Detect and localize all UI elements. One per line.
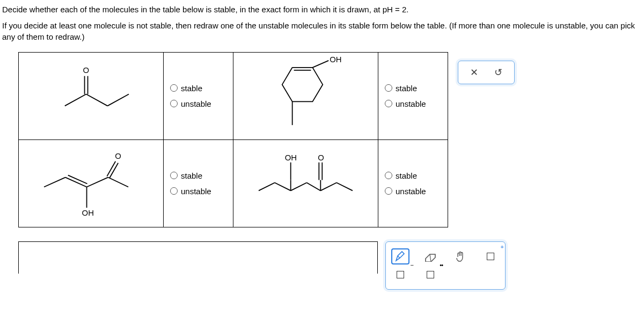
svg-line-31 (320, 182, 336, 190)
hand-icon[interactable] (451, 248, 470, 264)
radio-3-unstable[interactable] (170, 187, 178, 195)
svg-line-25 (259, 182, 275, 190)
svg-text:O: O (115, 152, 121, 160)
svg-line-7 (312, 61, 328, 68)
svg-line-4 (86, 94, 108, 106)
svg-line-36 (430, 254, 431, 262)
svg-text:OH: OH (82, 209, 94, 217)
svg-text:OH: OH (285, 153, 297, 162)
svg-line-28 (291, 182, 307, 190)
molecule-3: O OH (19, 139, 164, 227)
svg-text:O: O (83, 66, 90, 75)
radio-4-unstable[interactable] (385, 187, 392, 195)
label-stable: stable (396, 171, 417, 180)
radio-4-stable[interactable] (385, 172, 392, 179)
label-stable: stable (396, 84, 417, 93)
question-line-2: If you decide at least one molecule is n… (2, 20, 642, 42)
svg-marker-33 (396, 252, 404, 261)
svg-line-14 (87, 177, 108, 187)
svg-text:O: O (318, 153, 324, 162)
options-4: stable unstable (378, 139, 448, 227)
svg-line-13 (108, 177, 128, 187)
options-3: stable unstable (164, 139, 233, 227)
molecule-4: OH O (233, 139, 378, 227)
radio-3-stable[interactable] (170, 172, 178, 179)
molecule-1: O (19, 52, 164, 139)
molecule-2: OH (233, 52, 378, 139)
svg-line-32 (336, 182, 353, 190)
drawing-toolbox: + − •• (385, 241, 506, 290)
lonepair-icon[interactable]: •• (421, 267, 440, 283)
options-2: stable unstable (378, 52, 448, 139)
label-unstable: unstable (396, 99, 426, 108)
eraser-icon[interactable] (421, 248, 440, 264)
label-unstable: unstable (396, 187, 426, 196)
side-buttons: ✕ ↺ (458, 61, 515, 84)
svg-line-26 (275, 182, 291, 190)
radio-2-stable[interactable] (385, 84, 392, 92)
svg-line-34 (398, 256, 400, 258)
close-icon[interactable]: ✕ (470, 67, 478, 78)
radio-1-stable[interactable] (170, 84, 178, 92)
molecule-table: O stable unstable OH stable uns (18, 52, 448, 227)
radio-1-unstable[interactable] (170, 100, 178, 107)
pencil-icon[interactable] (391, 248, 409, 264)
drawing-canvas[interactable] (18, 241, 378, 274)
new-icon[interactable]: + (481, 248, 500, 264)
svg-line-29 (306, 182, 320, 190)
options-1: stable unstable (164, 52, 233, 139)
radio-2-unstable[interactable] (385, 100, 392, 107)
label-unstable: unstable (181, 187, 211, 196)
undo-icon[interactable]: ↺ (494, 67, 502, 78)
svg-line-5 (107, 94, 129, 106)
svg-text:OH: OH (330, 55, 341, 64)
svg-line-11 (107, 161, 115, 176)
label-unstable: unstable (181, 99, 211, 108)
svg-line-12 (109, 163, 118, 178)
svg-line-17 (44, 177, 65, 187)
label-stable: stable (181, 171, 202, 180)
anion-icon[interactable]: − (391, 267, 409, 283)
label-stable: stable (181, 84, 202, 93)
question-line-1: Decide whether each of the molecules in … (2, 4, 642, 15)
svg-line-3 (65, 94, 86, 106)
